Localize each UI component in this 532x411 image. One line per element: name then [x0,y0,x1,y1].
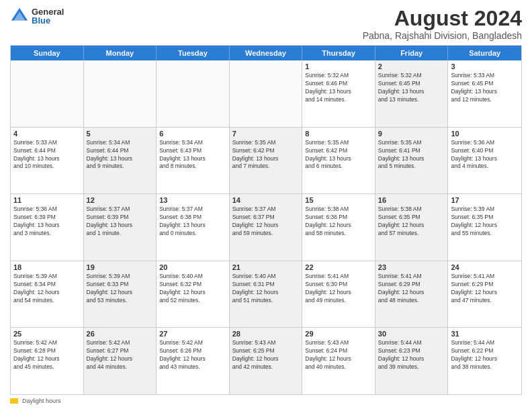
day-number: 6 [159,130,226,138]
day-cell-6: 6Sunrise: 5:34 AM Sunset: 6:43 PM Daylig… [157,128,230,194]
day-info: Sunrise: 5:38 AM Sunset: 6:35 PM Dayligh… [378,205,445,238]
day-cell-14: 14Sunrise: 5:37 AM Sunset: 6:37 PM Dayli… [230,194,303,261]
day-number: 18 [13,263,81,271]
daylight-label: Daylight hours [22,398,61,404]
day-info: Sunrise: 5:33 AM Sunset: 6:45 PM Dayligh… [451,72,519,104]
logo-icon [10,7,29,26]
day-info: Sunrise: 5:40 AM Sunset: 6:32 PM Dayligh… [159,273,226,305]
calendar-row-0: 1Sunrise: 5:32 AM Sunset: 6:46 PM Daylig… [11,60,521,127]
calendar-body: 1Sunrise: 5:32 AM Sunset: 6:46 PM Daylig… [11,60,521,394]
day-number: 2 [378,62,445,71]
logo-text: General Blue [32,7,64,25]
day-cell-12: 12Sunrise: 5:37 AM Sunset: 6:39 PM Dayli… [84,194,157,261]
day-number: 31 [451,330,519,338]
day-cell-28: 28Sunrise: 5:43 AM Sunset: 6:25 PM Dayli… [230,328,303,394]
logo-blue: Blue [32,16,64,25]
day-cell-24: 24Sunrise: 5:41 AM Sunset: 6:29 PM Dayli… [448,261,521,328]
day-cell-5: 5Sunrise: 5:34 AM Sunset: 6:44 PM Daylig… [84,128,157,194]
calendar-header: SundayMondayTuesdayWednesdayThursdayFrid… [11,46,521,60]
day-number: 7 [232,130,300,138]
day-number: 21 [232,263,300,271]
day-info: Sunrise: 5:36 AM Sunset: 6:39 PM Dayligh… [13,205,81,238]
day-number: 4 [13,130,81,138]
day-cell-25: 25Sunrise: 5:42 AM Sunset: 6:28 PM Dayli… [11,328,84,394]
day-info: Sunrise: 5:32 AM Sunset: 6:45 PM Dayligh… [378,72,445,104]
day-number: 17 [451,196,519,204]
calendar-row-3: 18Sunrise: 5:39 AM Sunset: 6:34 PM Dayli… [11,261,521,328]
day-cell-1: 1Sunrise: 5:32 AM Sunset: 6:46 PM Daylig… [302,60,375,127]
day-info: Sunrise: 5:44 AM Sunset: 6:22 PM Dayligh… [451,339,519,371]
day-cell-13: 13Sunrise: 5:37 AM Sunset: 6:38 PM Dayli… [157,194,230,261]
daylight-bar-icon [10,398,18,404]
empty-cell-0-2 [157,60,230,127]
day-info: Sunrise: 5:37 AM Sunset: 6:38 PM Dayligh… [159,205,226,238]
day-cell-21: 21Sunrise: 5:40 AM Sunset: 6:31 PM Dayli… [230,261,303,328]
day-cell-3: 3Sunrise: 5:33 AM Sunset: 6:45 PM Daylig… [448,60,521,127]
day-number: 20 [159,263,226,271]
header: General Blue August 2024 Pabna, Rajshahi… [10,7,522,41]
day-number: 25 [13,330,81,338]
day-cell-29: 29Sunrise: 5:43 AM Sunset: 6:24 PM Dayli… [302,328,375,394]
day-info: Sunrise: 5:41 AM Sunset: 6:30 PM Dayligh… [305,273,372,305]
day-cell-11: 11Sunrise: 5:36 AM Sunset: 6:39 PM Dayli… [11,194,84,261]
day-number: 5 [87,130,154,138]
day-info: Sunrise: 5:34 AM Sunset: 6:43 PM Dayligh… [159,139,226,171]
day-cell-30: 30Sunrise: 5:44 AM Sunset: 6:23 PM Dayli… [375,328,449,394]
day-cell-9: 9Sunrise: 5:35 AM Sunset: 6:41 PM Daylig… [375,128,449,194]
header-day-friday: Friday [375,46,449,60]
day-info: Sunrise: 5:35 AM Sunset: 6:42 PM Dayligh… [232,139,300,171]
day-cell-2: 2Sunrise: 5:32 AM Sunset: 6:45 PM Daylig… [375,60,449,127]
day-info: Sunrise: 5:38 AM Sunset: 6:36 PM Dayligh… [305,205,372,238]
day-number: 28 [232,330,300,338]
day-cell-23: 23Sunrise: 5:41 AM Sunset: 6:29 PM Dayli… [375,261,449,328]
day-number: 22 [305,263,372,271]
subtitle: Pabna, Rajshahi Division, Bangladesh [363,30,522,41]
header-day-monday: Monday [84,46,157,60]
day-info: Sunrise: 5:43 AM Sunset: 6:24 PM Dayligh… [305,339,372,371]
day-number: 26 [87,330,154,338]
day-info: Sunrise: 5:37 AM Sunset: 6:39 PM Dayligh… [87,205,154,238]
title-section: August 2024 Pabna, Rajshahi Division, Ba… [363,7,522,41]
day-number: 27 [159,330,226,338]
day-cell-19: 19Sunrise: 5:39 AM Sunset: 6:33 PM Dayli… [84,261,157,328]
day-info: Sunrise: 5:39 AM Sunset: 6:34 PM Dayligh… [13,273,81,305]
day-cell-4: 4Sunrise: 5:33 AM Sunset: 6:44 PM Daylig… [11,128,84,194]
day-number: 9 [378,130,445,138]
logo: General Blue [10,7,64,26]
page: General Blue August 2024 Pabna, Rajshahi… [0,0,532,411]
day-info: Sunrise: 5:35 AM Sunset: 6:41 PM Dayligh… [378,139,445,171]
day-info: Sunrise: 5:43 AM Sunset: 6:25 PM Dayligh… [232,339,300,371]
day-info: Sunrise: 5:39 AM Sunset: 6:33 PM Dayligh… [87,273,154,305]
day-info: Sunrise: 5:34 AM Sunset: 6:44 PM Dayligh… [87,139,154,171]
day-cell-18: 18Sunrise: 5:39 AM Sunset: 6:34 PM Dayli… [11,261,84,328]
day-number: 11 [13,196,81,204]
header-day-wednesday: Wednesday [230,46,303,60]
calendar-row-4: 25Sunrise: 5:42 AM Sunset: 6:28 PM Dayli… [11,327,521,394]
day-cell-7: 7Sunrise: 5:35 AM Sunset: 6:42 PM Daylig… [230,128,303,194]
day-cell-8: 8Sunrise: 5:35 AM Sunset: 6:42 PM Daylig… [302,128,375,194]
day-cell-20: 20Sunrise: 5:40 AM Sunset: 6:32 PM Dayli… [157,261,230,328]
day-info: Sunrise: 5:32 AM Sunset: 6:46 PM Dayligh… [305,72,372,104]
day-cell-17: 17Sunrise: 5:39 AM Sunset: 6:35 PM Dayli… [448,194,521,261]
calendar-row-1: 4Sunrise: 5:33 AM Sunset: 6:44 PM Daylig… [11,127,521,194]
day-number: 12 [87,196,154,204]
empty-cell-0-3 [230,60,303,127]
day-info: Sunrise: 5:42 AM Sunset: 6:28 PM Dayligh… [13,339,81,371]
day-cell-31: 31Sunrise: 5:44 AM Sunset: 6:22 PM Dayli… [448,328,521,394]
header-day-sunday: Sunday [11,46,84,60]
day-number: 10 [451,130,519,138]
day-info: Sunrise: 5:33 AM Sunset: 6:44 PM Dayligh… [13,139,81,171]
day-cell-15: 15Sunrise: 5:38 AM Sunset: 6:36 PM Dayli… [302,194,375,261]
day-number: 23 [378,263,445,271]
day-number: 16 [378,196,445,204]
footer: Daylight hours [10,398,522,404]
day-info: Sunrise: 5:42 AM Sunset: 6:27 PM Dayligh… [87,339,154,371]
day-number: 15 [305,196,372,204]
day-number: 30 [378,330,445,338]
header-day-saturday: Saturday [448,46,521,60]
day-number: 29 [305,330,372,338]
day-number: 19 [87,263,154,271]
day-info: Sunrise: 5:41 AM Sunset: 6:29 PM Dayligh… [378,273,445,305]
day-cell-16: 16Sunrise: 5:38 AM Sunset: 6:35 PM Dayli… [375,194,449,261]
day-number: 1 [305,62,372,71]
